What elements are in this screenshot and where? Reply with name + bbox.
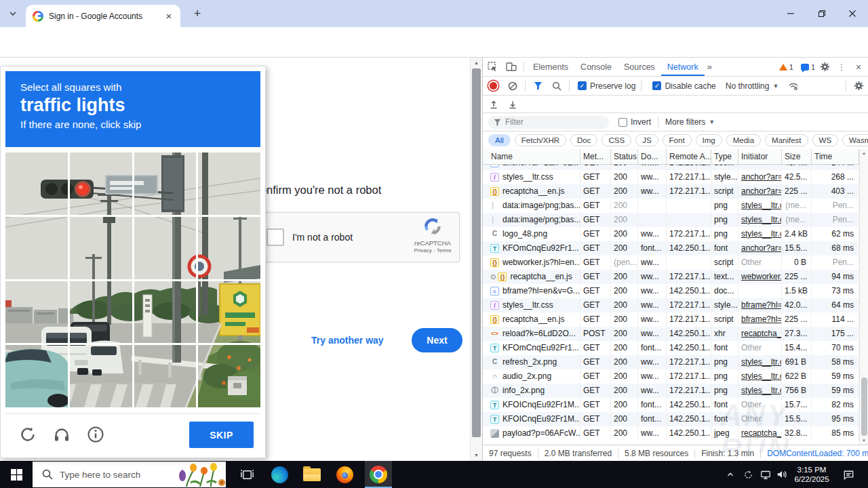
- warning-icon[interactable]: [779, 64, 787, 70]
- initiator-text[interactable]: styles__ltr.cs: [741, 215, 782, 224]
- initiator-text[interactable]: styles__ltr.cs: [741, 357, 782, 367]
- file-explorer-taskbar-icon[interactable]: [298, 461, 326, 488]
- table-scrollbar[interactable]: ▲ ▼: [859, 149, 868, 445]
- devtools-settings-icon[interactable]: [819, 62, 830, 73]
- disable-cache-checkbox[interactable]: ✓: [652, 81, 661, 90]
- filter-icon[interactable]: [532, 81, 543, 92]
- request-name[interactable]: Clogo_48.png: [483, 227, 580, 241]
- try-another-way-link[interactable]: Try another way: [311, 335, 384, 346]
- filter-chip-css[interactable]: CSS: [601, 134, 631, 146]
- clear-network-log-icon[interactable]: [507, 81, 518, 92]
- invert-checkbox[interactable]: [618, 118, 627, 127]
- table-row[interactable]: {}webworker.js?hl=en...GET(pen...ww...sc…: [483, 256, 868, 270]
- devtools-tab-network[interactable]: Network: [661, 58, 705, 76]
- taskbar-clock[interactable]: 3:15 PM 6/22/2025: [788, 461, 835, 488]
- table-row[interactable]: {}recaptcha__en.jsGET200ww...172.217.1..…: [483, 312, 868, 327]
- filter-chip-img[interactable]: Img: [696, 134, 722, 146]
- table-row[interactable]: ≡bframe?hl=en&v=G...GET200ww...142.250.1…: [483, 284, 868, 298]
- browser-tab[interactable]: Sign in - Google Accounts ×: [26, 5, 180, 27]
- request-name[interactable]: ⊙{}recaptcha__en.js: [483, 270, 580, 284]
- chrome-taskbar-icon[interactable]: [365, 461, 392, 488]
- table-row[interactable]: TKFOmCnqEu92Fr1...GET200font...142.250.1…: [483, 341, 868, 355]
- initiator-text[interactable]: styles__ltr.cs: [741, 201, 782, 210]
- request-initiator[interactable]: styles__ltr.cs: [738, 213, 782, 227]
- column-header-time[interactable]: Time: [812, 149, 859, 164]
- tray-sync-icon[interactable]: [739, 461, 757, 488]
- request-name[interactable]: payload?p=06AFcW...: [483, 426, 580, 441]
- initiator-text[interactable]: styles__ltr.cs: [741, 371, 782, 381]
- captcha-tile-r3-c1[interactable]: [5, 281, 69, 344]
- firefox-taskbar-icon[interactable]: [331, 461, 358, 488]
- request-name[interactable]: ⓘinfo_2x.png: [483, 384, 580, 398]
- table-row[interactable]: Clogo_48.pngGET200ww...172.217.1...pngst…: [483, 227, 868, 241]
- tab-close-icon[interactable]: ×: [163, 10, 175, 22]
- tray-network-icon[interactable]: [757, 461, 774, 488]
- request-name[interactable]: /styles__ltr.css: [483, 298, 580, 312]
- captcha-tile-r4-c3[interactable]: [134, 345, 197, 409]
- request-name[interactable]: {}recaptcha__en.js: [483, 312, 580, 327]
- request-name[interactable]: TKFOmCnqEu92Fr1...: [483, 341, 580, 355]
- har-export-icon[interactable]: [507, 99, 518, 110]
- scroll-down-arrow[interactable]: ▼: [471, 451, 482, 460]
- column-header-status[interactable]: Status: [611, 149, 638, 164]
- initiator-text[interactable]: recaptcha_e: [741, 428, 782, 438]
- inspect-element-icon[interactable]: [487, 62, 498, 73]
- table-scroll-down-arrow[interactable]: ▼: [860, 436, 868, 445]
- recaptcha-privacy-terms[interactable]: Privacy - Terms: [410, 247, 456, 253]
- captcha-tile-r2-c1[interactable]: [5, 217, 69, 281]
- request-initiator[interactable]: styles__ltr.cs: [738, 384, 782, 398]
- request-name[interactable]: TKFOmCnqEu92Fr1...: [483, 241, 580, 256]
- reload-challenge-icon[interactable]: [19, 426, 37, 443]
- captcha-tile-r3-c3[interactable]: [134, 281, 197, 344]
- start-button[interactable]: [0, 461, 33, 488]
- captcha-tile-r2-c3[interactable]: [134, 217, 197, 281]
- initiator-text[interactable]: styles__ltr.cs: [741, 386, 782, 395]
- tab-search-icon[interactable]: [5, 7, 20, 20]
- audio-challenge-icon[interactable]: [53, 426, 71, 443]
- recaptcha-checkbox[interactable]: [267, 228, 284, 246]
- search-icon[interactable]: [551, 81, 562, 92]
- filter-chip-media[interactable]: Media: [726, 134, 761, 146]
- request-name[interactable]: ∩audio_2x.png: [483, 369, 580, 384]
- table-row[interactable]: ▏data:image/png;bas...GET200pngstyles__l…: [483, 213, 868, 227]
- filter-chip-wasm[interactable]: Wasm: [842, 134, 868, 146]
- devtools-menu-icon[interactable]: ⋮: [838, 62, 845, 73]
- column-header-size[interactable]: Size: [782, 149, 812, 164]
- next-button[interactable]: Next: [412, 328, 462, 352]
- captcha-tile-r2-c4[interactable]: [198, 217, 262, 281]
- request-name[interactable]: /styles__ltr.css: [483, 170, 580, 184]
- request-initiator[interactable]: styles__ltr.cs: [738, 227, 782, 241]
- window-minimize-button[interactable]: [775, 0, 806, 27]
- initiator-text[interactable]: anchor?ar=1: [741, 186, 782, 196]
- captcha-tile-r4-c2[interactable]: [70, 345, 134, 409]
- column-header-met[interactable]: Met...: [580, 149, 611, 164]
- har-import-icon[interactable]: [488, 99, 499, 110]
- table-row[interactable]: ▏data:image/png;bas...GET200pngstyles__l…: [483, 199, 868, 213]
- filter-chip-js[interactable]: JS: [635, 134, 658, 146]
- devtools-tab-elements[interactable]: Elements: [527, 58, 574, 76]
- captcha-tile-r2-c2[interactable]: [70, 217, 134, 281]
- table-row[interactable]: ⓘinfo_2x.pngGET200ww...172.217.1...pngst…: [483, 384, 868, 398]
- table-scroll-up-arrow[interactable]: ▲: [860, 149, 868, 157]
- more-filters-dropdown[interactable]: More filters: [665, 117, 705, 127]
- request-initiator[interactable]: recaptcha_e: [738, 327, 782, 341]
- captcha-tile-r1-c3[interactable]: [134, 152, 197, 216]
- throttling-dropdown[interactable]: No throttling: [726, 81, 770, 91]
- captcha-tile-r3-c4[interactable]: [198, 281, 262, 344]
- taskbar-search-box[interactable]: Type here to search: [33, 462, 226, 487]
- request-initiator[interactable]: anchor?ar=1: [738, 241, 782, 256]
- issues-icon[interactable]: [801, 64, 809, 70]
- captcha-tile-r3-c2[interactable]: [70, 281, 134, 344]
- edge-taskbar-icon[interactable]: [266, 461, 293, 488]
- request-name[interactable]: ≡bframe?hl=en&v=G...: [483, 284, 580, 298]
- action-center-icon[interactable]: [838, 461, 859, 488]
- table-row[interactable]: /styles__ltr.cssGET200ww...172.217.1...s…: [483, 170, 868, 184]
- initiator-text[interactable]: recaptcha_e: [741, 329, 782, 338]
- request-initiator[interactable]: recaptcha_e: [738, 426, 782, 441]
- table-row[interactable]: /styles__ltr.cssGET200ww...172.217.1...s…: [483, 298, 868, 312]
- table-row[interactable]: TKFOmCnqEu92Fr1...GET200font...142.250.1…: [483, 241, 868, 256]
- initiator-text[interactable]: bframe?hl=e: [741, 314, 782, 324]
- request-name[interactable]: TKFOICnqEu92Fr1M...: [483, 412, 580, 426]
- info-icon[interactable]: [87, 426, 104, 443]
- table-row[interactable]: {}recaptcha__en.jsGET200ww...172.217.1..…: [483, 184, 868, 199]
